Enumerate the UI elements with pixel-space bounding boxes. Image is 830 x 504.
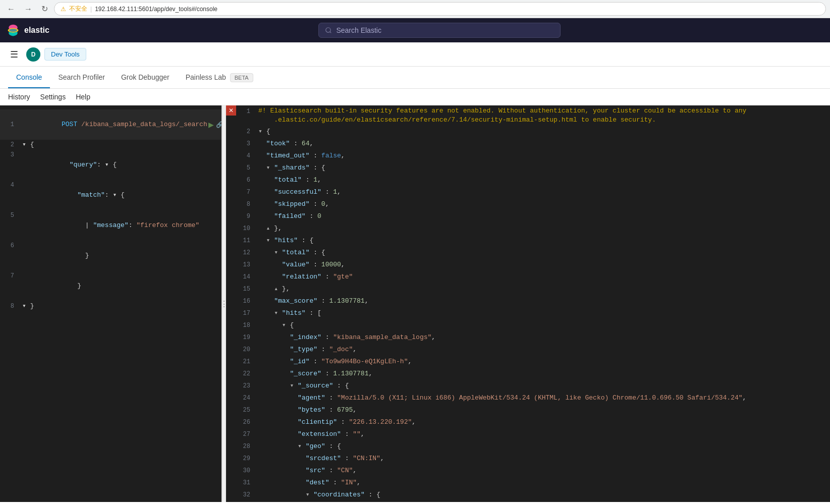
address-bar[interactable]: ⚠ 不安全 | 192.168.42.111:5601/app/dev_tool… xyxy=(54,2,826,16)
editor-line-7: 7 } xyxy=(0,271,222,301)
hamburger-menu-button[interactable]: ☰ xyxy=(6,47,22,62)
tab-grok-debugger[interactable]: Grok Debugger xyxy=(113,67,178,88)
user-avatar[interactable]: D xyxy=(26,47,40,62)
output-line-17: 17 ▾ "hits" : [ xyxy=(236,307,830,319)
line-content-4: "match": ▾ { xyxy=(18,180,125,210)
elastic-logo[interactable]: elastic xyxy=(6,23,49,37)
output-line-32: 32 ▾ "coordinates" : { xyxy=(236,489,830,501)
left-panel-editor: 1 POST /kibana_sample_data_logs/_search … xyxy=(0,105,222,502)
output-line-20: 20 "_type" : "_doc", xyxy=(236,344,830,356)
line-content-2: ▾ { xyxy=(18,140,34,150)
tabs-bar: Console Search Profiler Grok Debugger Pa… xyxy=(0,67,830,89)
forward-button[interactable]: → xyxy=(21,4,35,15)
output-line-14: 14 "relation" : "gte" xyxy=(236,271,830,283)
output-line-10: 10 ▴ }, xyxy=(236,222,830,235)
output-line-21: 21 "_id" : "To9w9H4Bo-eQ1KgLEh-h", xyxy=(236,356,830,368)
line-number-6: 6 xyxy=(0,241,18,271)
help-action[interactable]: Help xyxy=(76,93,90,101)
browser-chrome: ← → ↻ ⚠ 不安全 | 192.168.42.111:5601/app/de… xyxy=(0,0,830,18)
output-line-5: 5 ▾ "_shards" : { xyxy=(236,162,830,174)
action-bar: History Settings Help xyxy=(0,89,830,105)
output-line-22: 22 "_score" : 1.1307781, xyxy=(236,368,830,380)
tab-search-profiler[interactable]: Search Profiler xyxy=(50,67,113,88)
editor-line-1: 1 POST /kibana_sample_data_logs/_search … xyxy=(0,109,222,140)
output-line-28: 28 ▾ "geo" : { xyxy=(236,440,830,453)
svg-point-3 xyxy=(9,29,17,32)
line-content-5: | "message": "firefox chrome" xyxy=(18,210,199,241)
elastic-top-bar: elastic Search Elastic xyxy=(0,18,830,42)
global-search-bar[interactable]: Search Elastic xyxy=(318,23,561,38)
output-header: ✕ 1 #! Elasticsearch built-in security f… xyxy=(226,105,830,502)
output-line-8: 8 "skipped" : 0, xyxy=(236,198,830,210)
history-action[interactable]: History xyxy=(8,93,30,101)
output-line-6: 6 "total" : 1, xyxy=(236,174,830,186)
address-text: 192.168.42.111:5601/app/dev_tools#/conso… xyxy=(95,6,217,13)
output-line-29: 29 "srcdest" : "CN:IN", xyxy=(236,453,830,465)
line-content-6: } xyxy=(18,241,89,271)
security-label: 不安全 xyxy=(69,5,87,13)
editor-line-2: 2 ▾ { xyxy=(0,140,222,150)
line-number-3: 3 xyxy=(0,150,18,180)
line-number-7: 7 xyxy=(0,271,18,301)
output-warning-text: #! Elasticsearch built-in security featu… xyxy=(254,106,746,125)
output-line-3: 3 "took" : 64, xyxy=(236,138,830,150)
output-line-30: 30 "src" : "CN", xyxy=(236,465,830,477)
output-line-25: 25 "bytes" : 6795, xyxy=(236,404,830,416)
output-line-19: 19 "_index" : "kibana_sample_data_logs", xyxy=(236,331,830,344)
elastic-logo-icon xyxy=(6,23,20,37)
output-line-24: 24 "agent" : "Mozilla/5.0 (X11; Linux i6… xyxy=(236,392,830,404)
output-line-num-1: 1 xyxy=(236,106,254,117)
output-area: 1 #! Elasticsearch built-in security fea… xyxy=(236,105,830,502)
editor-line-5: 5 | "message": "firefox chrome" xyxy=(0,210,222,241)
output-line-16: 16 "max_score" : 1.1307781, xyxy=(236,295,830,307)
close-output-button[interactable]: ✕ xyxy=(226,105,236,116)
search-bar-wrapper: Search Elastic xyxy=(56,23,824,38)
output-line-12: 12 ▾ "total" : { xyxy=(236,247,830,259)
line-number-8: 8 xyxy=(0,301,18,311)
editor-line-8: 8 ▾ } xyxy=(0,301,222,311)
tab-painless-lab[interactable]: Painless Lab BETA xyxy=(178,67,261,88)
output-line-33: 33 "lat" : 39.16620778, xyxy=(236,501,830,502)
right-panel-output[interactable]: ✕ 1 #! Elasticsearch built-in security f… xyxy=(226,105,830,502)
output-line-26: 26 "clientip" : "226.13.220.192", xyxy=(236,416,830,428)
line-content-3: "query": ▾ { xyxy=(18,150,117,180)
output-line-23: 23 ▾ "_source" : { xyxy=(236,380,830,392)
search-placeholder: Search Elastic xyxy=(336,26,381,34)
main-content: 1 POST /kibana_sample_data_logs/_search … xyxy=(0,105,830,502)
line-number-1: 1 xyxy=(0,120,18,130)
line-number-2: 2 xyxy=(0,140,18,150)
line-content-8: ▾ } xyxy=(18,301,34,311)
dev-tools-button[interactable]: Dev Tools xyxy=(44,48,86,61)
output-line-15: 15 ▴ }, xyxy=(236,283,830,295)
output-line-9: 9 "failed" : 0 xyxy=(236,210,830,222)
editor-line-4: 4 "match": ▾ { xyxy=(0,180,222,210)
output-line-2: 2 ▾ { xyxy=(236,126,830,138)
output-line-13: 13 "value" : 10000, xyxy=(236,259,830,271)
line-number-4: 4 xyxy=(0,180,18,210)
editor-line-6: 6 } xyxy=(0,241,222,271)
run-button[interactable]: ▶ xyxy=(207,121,215,129)
settings-action[interactable]: Settings xyxy=(40,93,66,101)
output-line-7: 7 "successful" : 1, xyxy=(236,186,830,198)
svg-point-4 xyxy=(326,28,330,32)
tab-console[interactable]: Console xyxy=(8,67,50,88)
editor-line-3: 3 "query": ▾ { xyxy=(0,150,222,180)
search-icon xyxy=(325,27,332,34)
back-button[interactable]: ← xyxy=(4,4,18,15)
line-number-5: 5 xyxy=(0,210,18,241)
kibana-header: ☰ D Dev Tools xyxy=(0,42,830,67)
separator: | xyxy=(90,6,92,13)
security-icon: ⚠ xyxy=(61,6,66,13)
refresh-button[interactable]: ↻ xyxy=(38,3,51,15)
code-editor[interactable]: 1 POST /kibana_sample_data_logs/_search … xyxy=(0,105,222,502)
panel-divider[interactable]: ⋮ xyxy=(222,105,226,502)
copy-as-curl-button[interactable]: 🔗 xyxy=(215,121,222,128)
output-line-27: 27 "extension" : "", xyxy=(236,428,830,440)
output-line-4: 4 "timed_out" : false, xyxy=(236,150,830,162)
output-line-11: 11 ▾ "hits" : { xyxy=(236,235,830,247)
line-content-1: POST /kibana_sample_data_logs/_search xyxy=(18,109,207,140)
output-line-1: 1 #! Elasticsearch built-in security fea… xyxy=(236,105,830,126)
svg-line-5 xyxy=(330,32,331,33)
elastic-logo-text: elastic xyxy=(24,26,49,35)
output-line-18: 18 ▾ { xyxy=(236,319,830,331)
